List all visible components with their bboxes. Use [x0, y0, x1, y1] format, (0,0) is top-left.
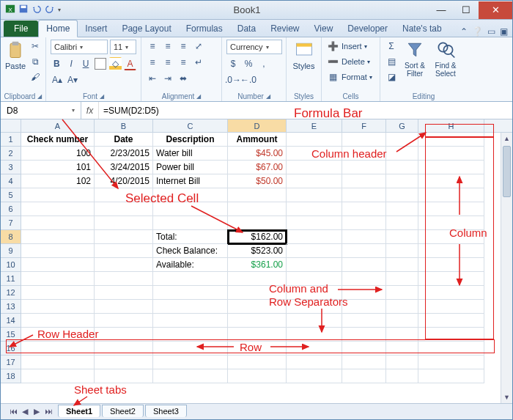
- row-header[interactable]: 18: [1, 369, 21, 383]
- cell[interactable]: Available:: [153, 258, 228, 272]
- row-header[interactable]: 5: [1, 188, 21, 202]
- cell[interactable]: [153, 216, 228, 230]
- cell[interactable]: [153, 355, 228, 369]
- cell[interactable]: [418, 133, 484, 147]
- format-cells-label[interactable]: Format: [342, 73, 367, 81]
- cell[interactable]: [342, 174, 386, 188]
- minimize-button[interactable]: —: [429, 1, 454, 19]
- maximize-button[interactable]: ☐: [454, 1, 479, 19]
- cell[interactable]: [418, 328, 484, 342]
- qat-customize-icon[interactable]: ▾: [58, 7, 61, 13]
- cell[interactable]: [95, 342, 153, 355]
- delete-cells-label[interactable]: Delete: [342, 57, 365, 66]
- col-header-A[interactable]: A: [21, 119, 95, 132]
- cell[interactable]: 101: [21, 161, 95, 174]
- sheet-tab-2[interactable]: Sheet2: [102, 405, 144, 417]
- cell[interactable]: Check Balance:: [153, 244, 228, 258]
- cell[interactable]: [342, 328, 386, 342]
- formula-input[interactable]: =SUM(D2:D5): [99, 106, 512, 116]
- fill-color-button[interactable]: ◇: [109, 57, 122, 70]
- cell[interactable]: [386, 133, 418, 147]
- cell[interactable]: [228, 328, 287, 342]
- cell[interactable]: [21, 244, 95, 258]
- cell[interactable]: Water bill: [153, 147, 228, 161]
- redo-icon[interactable]: [45, 4, 55, 16]
- font-color-button[interactable]: A: [124, 57, 136, 70]
- cell[interactable]: [21, 258, 95, 272]
- cell[interactable]: [95, 216, 153, 230]
- cell[interactable]: [342, 230, 386, 244]
- cell[interactable]: [287, 342, 342, 355]
- cell[interactable]: [386, 230, 418, 244]
- cell[interactable]: [386, 272, 418, 286]
- col-header-B[interactable]: B: [95, 119, 153, 132]
- cell[interactable]: [342, 369, 386, 383]
- cell[interactable]: [342, 133, 386, 147]
- cell[interactable]: [386, 258, 418, 272]
- cell[interactable]: [342, 188, 386, 202]
- find-select-button[interactable]: Find & Select: [432, 40, 460, 78]
- cell[interactable]: [342, 300, 386, 314]
- cell[interactable]: Check number: [21, 133, 95, 147]
- cell[interactable]: [228, 300, 287, 314]
- cell[interactable]: [21, 300, 95, 314]
- cell[interactable]: [153, 314, 228, 328]
- align-bottom-icon[interactable]: ≡: [177, 40, 190, 53]
- cell[interactable]: [418, 174, 484, 188]
- dialog-launcher-icon[interactable]: ◢: [37, 93, 42, 100]
- cell[interactable]: [342, 258, 386, 272]
- clear-icon[interactable]: ◪: [385, 70, 398, 84]
- cell[interactable]: [386, 328, 418, 342]
- cell[interactable]: [386, 147, 418, 161]
- cell[interactable]: [21, 369, 95, 383]
- align-right-icon[interactable]: ≡: [177, 56, 190, 69]
- col-header-D[interactable]: D: [228, 119, 287, 132]
- col-header-G[interactable]: G: [386, 119, 418, 132]
- cell[interactable]: [228, 369, 287, 383]
- col-header-C[interactable]: C: [153, 119, 228, 132]
- autosum-icon[interactable]: Σ: [385, 40, 398, 53]
- cell[interactable]: [418, 342, 484, 355]
- font-size-combo[interactable]: 11▾: [110, 40, 136, 54]
- accounting-format-icon[interactable]: $: [226, 57, 240, 70]
- cell[interactable]: [418, 161, 484, 174]
- cell[interactable]: [153, 342, 228, 355]
- cell[interactable]: [418, 230, 484, 244]
- decrease-decimal-icon[interactable]: ←.0: [242, 73, 255, 86]
- format-painter-icon[interactable]: 🖌: [29, 70, 42, 84]
- cell[interactable]: [342, 202, 386, 216]
- cell[interactable]: [228, 216, 287, 230]
- close-button[interactable]: ✕: [479, 1, 512, 19]
- cell[interactable]: [342, 355, 386, 369]
- row-header[interactable]: 13: [1, 300, 21, 314]
- cell[interactable]: [287, 314, 342, 328]
- cell[interactable]: 4/20/2015: [95, 174, 153, 188]
- cell[interactable]: [418, 355, 484, 369]
- cell[interactable]: [287, 202, 342, 216]
- grow-font-icon[interactable]: A▴: [51, 73, 64, 86]
- cell[interactable]: [386, 300, 418, 314]
- name-box[interactable]: D8 ▾: [1, 102, 81, 119]
- cell[interactable]: [342, 314, 386, 328]
- cell[interactable]: [342, 161, 386, 174]
- cell[interactable]: [287, 286, 342, 300]
- insert-cells-icon[interactable]: ➕: [326, 40, 339, 53]
- wrap-text-icon[interactable]: ↵: [192, 56, 205, 69]
- insert-cells-label[interactable]: Insert: [342, 42, 362, 51]
- font-face-combo[interactable]: Calibri▾: [51, 40, 108, 54]
- cell[interactable]: [95, 202, 153, 216]
- cell[interactable]: [342, 272, 386, 286]
- row-header[interactable]: 15: [1, 328, 21, 342]
- ribbon-restore-icon[interactable]: ▣: [500, 26, 508, 37]
- cell[interactable]: [228, 286, 287, 300]
- orientation-icon[interactable]: ⤢: [192, 40, 205, 53]
- cell[interactable]: [287, 147, 342, 161]
- merge-center-icon[interactable]: ⬌: [177, 72, 190, 85]
- cell[interactable]: [287, 328, 342, 342]
- cell[interactable]: Total:: [153, 230, 228, 244]
- cell[interactable]: [386, 161, 418, 174]
- sheet-nav[interactable]: ⏮◀▶⏭: [8, 407, 53, 416]
- cell[interactable]: [386, 174, 418, 188]
- cell[interactable]: [153, 369, 228, 383]
- row-header[interactable]: 3: [1, 161, 21, 174]
